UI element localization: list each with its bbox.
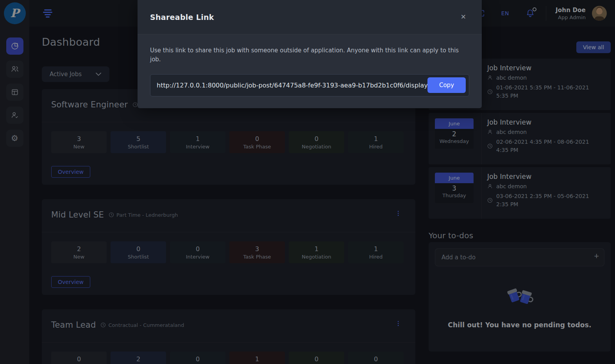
modal-header: Shareable Link ✕ [138, 0, 482, 34]
share-link-url: http://127.0.0.1:8000/public/job-post/64… [157, 82, 427, 89]
modal-body: Use this link to share this job with som… [138, 34, 482, 108]
modal-description: Use this link to share this job with som… [150, 46, 463, 64]
copy-button[interactable]: Copy [427, 77, 466, 93]
close-icon[interactable]: ✕ [461, 14, 466, 20]
modal-title: Shareable Link [150, 13, 214, 21]
app-window: P [0, 0, 615, 364]
share-link-box: http://127.0.0.1:8000/public/job-post/64… [150, 74, 469, 96]
shareable-link-modal: Shareable Link ✕ Use this link to share … [138, 0, 482, 108]
